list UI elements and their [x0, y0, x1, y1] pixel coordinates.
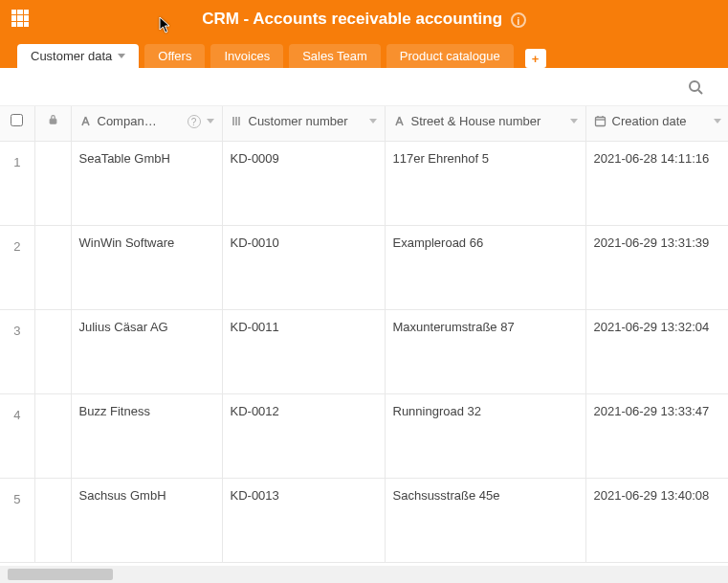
row-index: 1 — [0, 141, 34, 225]
col-header-lock — [34, 106, 71, 141]
add-tab-button[interactable]: + — [525, 49, 546, 68]
cell-street[interactable]: 117er Ehrenhof 5 — [385, 141, 585, 225]
cell-customer-number[interactable]: KD-0012 — [222, 393, 385, 478]
row-lock-cell — [34, 478, 71, 562]
lock-icon — [48, 114, 58, 128]
table-row[interactable]: 3Julius Cäsar AGKD-0011Maxunterumstraße … — [0, 309, 728, 393]
data-table: Compan… ? Customer number — [0, 106, 728, 563]
search-icon[interactable] — [688, 79, 703, 95]
row-lock-cell — [34, 141, 71, 225]
cell-company[interactable]: Buzz Fitness — [71, 393, 222, 478]
calendar-column-icon — [594, 115, 607, 127]
toolbar — [0, 68, 728, 106]
tab-sales-team[interactable]: Sales Team — [289, 44, 381, 68]
app-header: CRM - Accounts receivable accounting i C… — [0, 0, 728, 68]
text-column-icon — [79, 115, 92, 127]
cell-creation-date[interactable]: 2021-06-29 13:32:04 — [585, 309, 728, 393]
cell-company[interactable]: Sachsus GmbH — [71, 478, 222, 562]
cell-street[interactable]: Sachsusstraße 45e — [385, 478, 585, 562]
col-header-checkbox[interactable] — [0, 106, 34, 141]
table-row[interactable]: 2WinWin SoftwareKD-0010Exampleroad 66202… — [0, 225, 728, 309]
horizontal-scrollbar[interactable] — [0, 566, 728, 583]
cell-company[interactable]: SeaTable GmbH — [71, 141, 222, 225]
tab-invoices[interactable]: Invoices — [210, 44, 283, 68]
cell-creation-date[interactable]: 2021-06-28 14:11:16 — [585, 141, 728, 225]
cell-company[interactable]: WinWin Software — [71, 225, 222, 309]
sort-icon[interactable] — [714, 119, 721, 123]
tab-label: Sales Team — [302, 49, 367, 63]
cell-customer-number[interactable]: KD-0011 — [222, 309, 385, 393]
cell-creation-date[interactable]: 2021-06-29 13:31:39 — [585, 225, 728, 309]
tabs-bar: Customer data Offers Invoices Sales Team… — [17, 41, 728, 68]
info-icon[interactable]: i — [511, 12, 526, 28]
col-label: Compan… — [98, 114, 182, 128]
cell-customer-number[interactable]: KD-0010 — [222, 225, 385, 309]
page-title-bar: CRM - Accounts receivable accounting i — [0, 0, 728, 29]
tab-offers[interactable]: Offers — [144, 44, 205, 68]
row-index: 4 — [0, 393, 34, 478]
svg-rect-2 — [50, 119, 56, 123]
row-lock-cell — [34, 309, 71, 393]
row-index: 5 — [0, 478, 34, 562]
col-label: Creation date — [612, 114, 708, 128]
row-index: 3 — [0, 309, 34, 393]
col-label: Street & House number — [411, 114, 564, 128]
table-row[interactable]: 1SeaTable GmbHKD-0009117er Ehrenhof 5202… — [0, 141, 728, 225]
table-row[interactable]: 5Sachsus GmbHKD-0013Sachsusstraße 45e202… — [0, 478, 728, 562]
select-all-checkbox[interactable] — [11, 114, 23, 126]
col-label: Customer number — [249, 114, 364, 128]
svg-line-1 — [698, 90, 702, 94]
chevron-down-icon[interactable] — [118, 54, 125, 58]
cell-company[interactable]: Julius Cäsar AG — [71, 309, 222, 393]
help-icon[interactable]: ? — [188, 115, 201, 128]
page-title: CRM - Accounts receivable accounting — [202, 10, 502, 28]
table-row[interactable]: 4Buzz FitnessKD-0012Runningroad 322021-0… — [0, 393, 728, 478]
col-header-company[interactable]: Compan… ? — [71, 106, 222, 141]
col-header-street[interactable]: Street & House number — [385, 106, 585, 141]
col-header-customer-number[interactable]: Customer number — [222, 106, 385, 141]
cell-street[interactable]: Runningroad 32 — [385, 393, 585, 478]
tab-label: Product catalogue — [400, 49, 500, 63]
number-column-icon — [231, 115, 243, 127]
text-column-icon — [393, 115, 406, 127]
apps-grid-icon[interactable] — [11, 10, 29, 27]
svg-point-0 — [690, 81, 699, 91]
tab-label: Customer data — [31, 49, 112, 63]
sort-icon[interactable] — [570, 119, 578, 123]
col-header-creation-date[interactable]: Creation date — [585, 106, 728, 141]
tab-label: Offers — [158, 49, 191, 63]
row-index: 2 — [0, 225, 34, 309]
sort-icon[interactable] — [369, 119, 377, 123]
tab-label: Invoices — [224, 49, 270, 63]
cell-customer-number[interactable]: KD-0009 — [222, 141, 385, 225]
data-table-wrap[interactable]: Compan… ? Customer number — [0, 106, 728, 566]
cell-street[interactable]: Exampleroad 66 — [385, 225, 585, 309]
tab-customer-data[interactable]: Customer data — [17, 44, 139, 68]
tab-product-catalogue[interactable]: Product catalogue — [386, 44, 514, 68]
row-lock-cell — [34, 225, 71, 309]
cell-street[interactable]: Maxunterumstraße 87 — [385, 309, 585, 393]
scrollbar-thumb[interactable] — [8, 569, 113, 580]
sort-icon[interactable] — [207, 119, 214, 123]
svg-rect-6 — [595, 118, 605, 126]
row-lock-cell — [34, 393, 71, 478]
cell-customer-number[interactable]: KD-0013 — [222, 478, 385, 562]
cell-creation-date[interactable]: 2021-06-29 13:33:47 — [585, 393, 728, 478]
cell-creation-date[interactable]: 2021-06-29 13:40:08 — [585, 478, 728, 562]
